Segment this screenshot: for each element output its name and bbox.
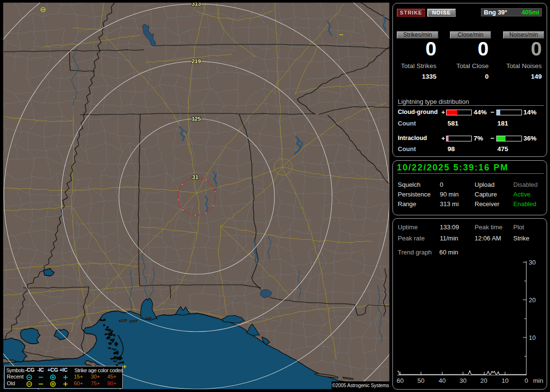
svg-text:20: 20 <box>480 377 487 384</box>
svg-text:10: 10 <box>529 334 536 341</box>
svg-text:10: 10 <box>502 377 508 384</box>
svg-text:60: 60 <box>397 377 404 384</box>
svg-text:0: 0 <box>524 377 528 384</box>
svg-text:30: 30 <box>460 377 466 384</box>
svg-text:20: 20 <box>529 296 536 304</box>
svg-text:min: min <box>533 377 543 384</box>
svg-text:40: 40 <box>439 377 446 384</box>
svg-text:50: 50 <box>418 377 424 384</box>
svg-text:30: 30 <box>529 259 536 266</box>
